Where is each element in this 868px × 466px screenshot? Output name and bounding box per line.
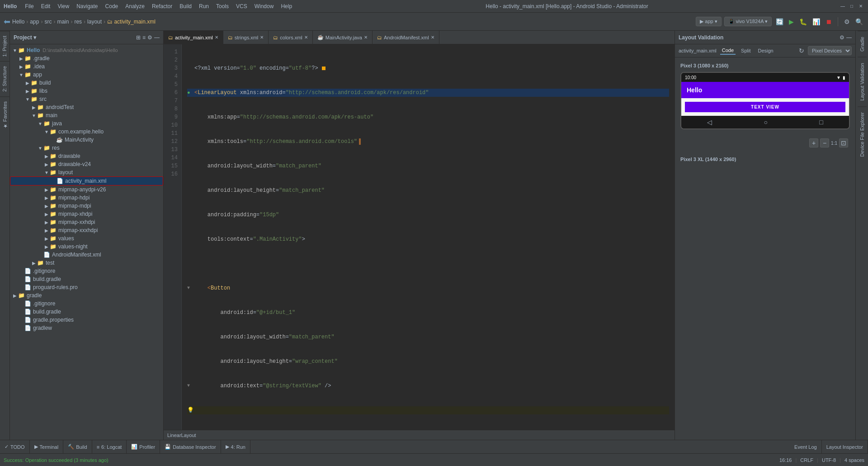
lv-tab-code[interactable]: Code: [720, 47, 736, 55]
menu-code[interactable]: Code: [103, 2, 121, 10]
tab-close-androidmanifest[interactable]: ✕: [431, 35, 434, 40]
menu-file[interactable]: File: [22, 2, 36, 10]
breadcrumb-hello[interactable]: Hello: [12, 19, 24, 25]
tool-build[interactable]: 🔨 Build: [63, 440, 92, 454]
tab-mainactivity-java[interactable]: ☕ MainActivity.java ✕: [313, 31, 373, 44]
panel-expand-icon[interactable]: ⊞: [136, 34, 141, 41]
tab-close-mainactivity[interactable]: ✕: [364, 35, 368, 40]
profile-btn[interactable]: 📊: [811, 17, 821, 27]
tree-item-build[interactable]: ▶ 📁 build: [10, 79, 163, 87]
tree-item-activity-main-xml[interactable]: 📄 activity_main.xml: [10, 176, 163, 185]
menu-view[interactable]: View: [55, 2, 72, 10]
tree-item-gradlew[interactable]: 📄 gradlew: [10, 324, 163, 332]
panel-minimize-icon[interactable]: —: [154, 34, 160, 41]
lv-settings-icon[interactable]: ⚙: [840, 34, 844, 41]
tab-device-file-explorer[interactable]: Device File Explorer: [858, 106, 867, 162]
device-btn[interactable]: 📱 vivo V1824A ▾: [724, 17, 772, 26]
tool-layout-inspector[interactable]: Layout Inspector: [822, 440, 868, 454]
tree-item-build-gradle2[interactable]: 📄 build.gradle: [10, 308, 163, 316]
tree-item-mipmap-anydpi[interactable]: ▶ 📁 mipmap-anydpi-v26: [10, 185, 163, 194]
zoom-in-btn[interactable]: +: [809, 138, 818, 147]
tree-item-test[interactable]: ▶ 📁 test: [10, 259, 163, 267]
close-button[interactable]: ✕: [857, 3, 864, 10]
zoom-out-btn[interactable]: −: [820, 138, 829, 147]
zoom-fit-btn[interactable]: ⊡: [839, 138, 848, 147]
menu-help[interactable]: Help: [278, 2, 295, 10]
tree-item-idea[interactable]: ▶ 📁 .idea: [10, 62, 163, 71]
tree-item-mipmap-mdpi[interactable]: ▶ 📁 mipmap-mdpi: [10, 202, 163, 210]
tab-project[interactable]: 1: Project: [0, 31, 9, 61]
maximize-button[interactable]: □: [848, 3, 855, 10]
tree-item-java[interactable]: ▼ 📁 java: [10, 119, 163, 128]
menu-edit[interactable]: Edit: [38, 2, 53, 10]
tool-terminal[interactable]: ▶ Terminal: [30, 440, 64, 454]
tab-gradle[interactable]: Gradle: [858, 31, 867, 57]
tree-item-mipmap-hdpi[interactable]: ▶ 📁 mipmap-hdpi: [10, 194, 163, 202]
tree-item-main[interactable]: ▼ 📁 main: [10, 111, 163, 119]
tab-structure[interactable]: 2: Structure: [0, 61, 9, 96]
breadcrumb-file[interactable]: 🗂 activity_main.xml: [107, 19, 156, 25]
sync-btn[interactable]: 🔄: [774, 17, 785, 27]
tab-close-activity-main[interactable]: ✕: [215, 35, 218, 40]
tree-item-res[interactable]: ▼ 📁 res: [10, 144, 163, 152]
tree-item-src[interactable]: ▼ 📁 src: [10, 95, 163, 103]
tab-colors[interactable]: 🗂 colors.xml ✕: [269, 31, 313, 44]
panel-collapse-icon[interactable]: ≡: [142, 34, 146, 41]
menu-analyze[interactable]: Analyze: [123, 2, 147, 10]
tab-layout-validation[interactable]: Layout Validation: [858, 57, 867, 106]
run-config-btn[interactable]: ▶ app ▾: [696, 17, 721, 26]
tree-item-mipmap-xxhdpi[interactable]: ▶ 📁 mipmap-xxhdpi: [10, 218, 163, 226]
tree-item-mainactivity[interactable]: ☕ MainActivity: [10, 136, 163, 144]
tool-run[interactable]: ▶ 4: Run: [221, 440, 250, 454]
lv-refresh-icon[interactable]: ↻: [799, 47, 804, 54]
tree-item-gradle-properties[interactable]: 📄 gradle.properties: [10, 316, 163, 324]
lv-tab-split[interactable]: Split: [739, 47, 752, 54]
stop-btn[interactable]: ⏹: [824, 17, 833, 27]
tree-item-values-night[interactable]: ▶ 📁 values-night: [10, 243, 163, 251]
debug-btn[interactable]: 🐛: [798, 17, 808, 27]
minimize-button[interactable]: —: [839, 3, 846, 10]
menu-build[interactable]: Build: [177, 2, 194, 10]
code-content[interactable]: <?xml version="1.0" encoding="utf-8"?> ●…: [182, 44, 675, 430]
status-charset[interactable]: UTF-8: [822, 457, 836, 463]
breadcrumb-app[interactable]: app: [30, 19, 39, 25]
settings-btn[interactable]: ⚙: [843, 17, 851, 27]
tool-profiler[interactable]: 📊 Profiler: [127, 440, 160, 454]
tool-todo[interactable]: ✓ TODO: [0, 440, 30, 454]
tab-close-strings[interactable]: ✕: [260, 35, 264, 40]
status-indent[interactable]: 4 spaces: [844, 457, 864, 463]
status-encoding[interactable]: CRLF: [800, 457, 813, 463]
pixel-devices-select[interactable]: Pixel Devices: [808, 46, 852, 55]
tree-item-gitignore1[interactable]: 📄 .gitignore: [10, 267, 163, 275]
tree-item-androidmanifest[interactable]: 📄 AndroidManifest.xml: [10, 251, 163, 259]
tab-strings[interactable]: 🗂 strings.xml ✕: [223, 31, 269, 44]
tree-item-hello[interactable]: ▼ 📁 Hello D:\install\Android\Androidwp\H…: [10, 46, 163, 54]
tab-close-colors[interactable]: ✕: [304, 35, 308, 40]
tree-item-proguard[interactable]: 📄 proguard-rules.pro: [10, 283, 163, 291]
menu-window[interactable]: Window: [252, 2, 277, 10]
breadcrumb-src[interactable]: src: [44, 19, 52, 25]
tree-item-gitignore2[interactable]: 📄 .gitignore: [10, 300, 163, 308]
tree-item-build-gradle[interactable]: 📄 build.gradle: [10, 275, 163, 283]
tree-item-mipmap-xxxhdpi[interactable]: ▶ 📁 mipmap-xxxhdpi: [10, 226, 163, 234]
lv-minimize-icon[interactable]: —: [846, 34, 852, 41]
menu-vcs[interactable]: VCS: [233, 2, 250, 10]
breadcrumb-res[interactable]: res: [74, 19, 82, 25]
back-icon[interactable]: ⬅: [4, 17, 10, 27]
tree-item-drawable-v24[interactable]: ▶ 📁 drawable-v24: [10, 160, 163, 168]
panel-settings-icon[interactable]: ⚙: [147, 34, 152, 41]
breadcrumb-main[interactable]: main: [57, 19, 69, 25]
tree-item-drawable[interactable]: ▶ 📁 drawable: [10, 152, 163, 160]
menu-refactor[interactable]: Refactor: [149, 2, 175, 10]
tree-item-values[interactable]: ▶ 📁 values: [10, 234, 163, 243]
menu-navigate[interactable]: Navigate: [74, 2, 100, 10]
tree-item-gradle-root[interactable]: ▶ 📁 gradle: [10, 291, 163, 300]
tree-item-com-example[interactable]: ▼ 📁 com.example.hello: [10, 128, 163, 136]
tool-database-inspector[interactable]: 💾 Database Inspector: [160, 440, 221, 454]
tool-event-log[interactable]: Event Log: [790, 440, 822, 454]
tree-item-mipmap-xhdpi[interactable]: ▶ 📁 mipmap-xhdpi: [10, 210, 163, 218]
tab-favorites[interactable]: ★ Favorites: [0, 96, 9, 133]
run-btn[interactable]: ▶: [788, 17, 795, 27]
menu-tools[interactable]: Tools: [213, 2, 231, 10]
menu-run[interactable]: Run: [196, 2, 212, 10]
